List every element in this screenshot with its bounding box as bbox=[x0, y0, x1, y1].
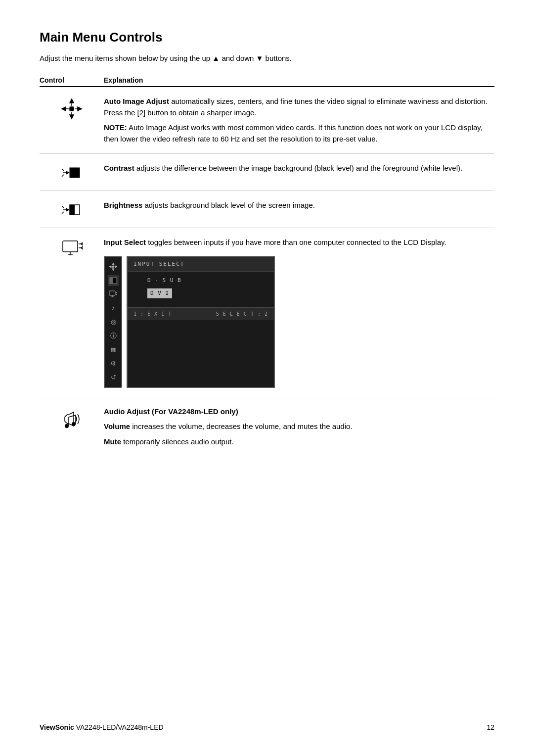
header-control: Control bbox=[40, 76, 104, 84]
svg-marker-31 bbox=[112, 269, 114, 271]
intro-text: Adjust the menu items shown below by usi… bbox=[40, 54, 494, 62]
svg-marker-35 bbox=[115, 266, 117, 268]
osd-dvi-container: D V I bbox=[128, 286, 274, 304]
osd-icon-contrast bbox=[108, 275, 119, 286]
osd-icon-reset: ↺ bbox=[108, 372, 119, 383]
svg-rect-18 bbox=[70, 205, 75, 215]
brightness-bold: Brightness bbox=[104, 201, 142, 209]
osd-bottom-bar: 1 : E X I T S E L E C T : 2 bbox=[128, 307, 274, 320]
osd-icon-input bbox=[108, 289, 119, 300]
auto-image-description: Auto Image Adjust automatically sizes, c… bbox=[104, 96, 494, 118]
control-cell-contrast bbox=[40, 163, 104, 182]
svg-point-46 bbox=[65, 424, 69, 428]
svg-marker-11 bbox=[66, 171, 70, 175]
volume-description: Volume increases the volume, decreases t… bbox=[104, 421, 494, 432]
svg-marker-43 bbox=[116, 291, 117, 293]
contrast-text: adjusts the difference between the image… bbox=[136, 164, 462, 172]
svg-line-19 bbox=[62, 206, 64, 208]
osd-icon-auto bbox=[108, 261, 119, 272]
osd-icon-memory: ▦ bbox=[108, 344, 119, 355]
input-select-description: Input Select toggles between inputs if y… bbox=[104, 237, 494, 248]
mute-description: Mute temporarily silences audio output. bbox=[104, 436, 494, 448]
osd-dvi-label: D V I bbox=[147, 288, 172, 299]
header-explanation: Explanation bbox=[104, 76, 494, 84]
explanation-cell-contrast: Contrast adjusts the difference between … bbox=[104, 163, 494, 174]
control-cell-audio bbox=[40, 406, 104, 431]
osd-icon-info: ⓘ bbox=[108, 331, 119, 341]
brand-name: ViewSonic bbox=[40, 723, 74, 731]
svg-point-47 bbox=[72, 422, 76, 426]
mute-bold: Mute bbox=[104, 437, 121, 446]
explanation-cell-brightness: Brightness adjusts background black leve… bbox=[104, 200, 494, 211]
svg-point-8 bbox=[70, 107, 74, 111]
control-cell-auto-image bbox=[40, 96, 104, 121]
svg-marker-33 bbox=[109, 266, 111, 268]
svg-marker-27 bbox=[81, 246, 83, 250]
input-select-icon bbox=[61, 238, 83, 260]
svg-point-36 bbox=[112, 266, 114, 268]
osd-screenshot: ♪ ◎ ⓘ ▦ ⚙ ↺ INPUT SELECT bbox=[104, 256, 494, 388]
footer-page-number: 12 bbox=[487, 723, 494, 731]
note-text: Auto Image Adjust works with most common… bbox=[104, 123, 483, 143]
osd-title: INPUT SELECT bbox=[128, 257, 274, 272]
control-cell-brightness bbox=[40, 200, 104, 219]
auto-image-adjust-icon bbox=[60, 97, 84, 121]
auto-image-bold: Auto Image Adjust bbox=[104, 97, 169, 105]
input-select-bold: Input Select bbox=[104, 238, 146, 246]
svg-marker-7 bbox=[78, 107, 82, 111]
osd-menu: D - S U B D V I bbox=[128, 272, 274, 307]
table-row: Audio Adjust (For VA2248m-LED only) Volu… bbox=[40, 397, 494, 457]
svg-line-50 bbox=[69, 415, 76, 417]
audio-adjust-icon bbox=[60, 407, 84, 431]
volume-bold: Volume bbox=[104, 422, 130, 430]
svg-rect-21 bbox=[63, 241, 78, 252]
svg-marker-45 bbox=[116, 293, 117, 295]
table-row: Contrast adjusts the difference between … bbox=[40, 154, 494, 191]
audio-heading: Audio Adjust (For VA2248m-LED only) bbox=[104, 406, 494, 418]
svg-marker-29 bbox=[112, 263, 114, 265]
svg-marker-5 bbox=[62, 107, 66, 111]
controls-table: Control Explanation bbox=[40, 76, 494, 456]
input-select-text: toggles between inputs if you have more … bbox=[148, 238, 446, 246]
footer-brand: ViewSonic VA2248-LED/VA2248m-LED bbox=[40, 723, 164, 731]
table-row: Brightness adjusts background black leve… bbox=[40, 191, 494, 228]
svg-rect-38 bbox=[110, 278, 113, 284]
audio-heading-text: Audio Adjust (For VA2248m-LED only) bbox=[104, 407, 238, 416]
osd-dsub-label: D - S U B bbox=[128, 276, 274, 286]
osd-screen: INPUT SELECT D - S U B D V I 1 : E X I T… bbox=[127, 256, 275, 388]
table-row: Auto Image Adjust automatically sizes, c… bbox=[40, 87, 494, 154]
contrast-bold: Contrast bbox=[104, 164, 134, 172]
footer-model: VA2248-LED/VA2248m-LED bbox=[76, 723, 164, 731]
osd-icon-volume: ♪ bbox=[108, 303, 119, 314]
svg-marker-25 bbox=[81, 242, 83, 246]
osd-icon-color: ◎ bbox=[108, 317, 119, 328]
volume-text: increases the volume, decreases the volu… bbox=[132, 422, 352, 430]
contrast-icon bbox=[61, 164, 83, 182]
brightness-description: Brightness adjusts background black leve… bbox=[104, 200, 494, 211]
svg-marker-16 bbox=[66, 208, 70, 212]
svg-line-14 bbox=[62, 175, 64, 177]
brightness-icon bbox=[61, 201, 83, 219]
mute-text: temporarily silences audio output. bbox=[123, 437, 233, 446]
explanation-cell-auto-image: Auto Image Adjust automatically sizes, c… bbox=[104, 96, 494, 144]
note-bold: NOTE: bbox=[104, 123, 127, 132]
auto-image-note: NOTE: Auto Image Adjust works with most … bbox=[104, 122, 494, 144]
page-title: Main Menu Controls bbox=[40, 30, 494, 45]
brightness-text: adjusts background black level of the sc… bbox=[145, 201, 315, 209]
explanation-cell-input-select: Input Select toggles between inputs if y… bbox=[104, 237, 494, 388]
svg-rect-39 bbox=[109, 291, 115, 295]
osd-exit-label: 1 : E X I T bbox=[134, 310, 172, 318]
contrast-description: Contrast adjusts the difference between … bbox=[104, 163, 494, 174]
svg-line-20 bbox=[62, 212, 64, 214]
svg-line-13 bbox=[62, 169, 64, 171]
table-header: Control Explanation bbox=[40, 76, 494, 87]
svg-marker-3 bbox=[70, 115, 74, 119]
svg-rect-12 bbox=[70, 168, 80, 178]
osd-select-label: S E L E C T : 2 bbox=[216, 310, 268, 318]
osd-icon-settings: ⚙ bbox=[108, 358, 119, 369]
footer: ViewSonic VA2248-LED/VA2248m-LED 12 bbox=[40, 723, 494, 731]
explanation-cell-audio: Audio Adjust (For VA2248m-LED only) Volu… bbox=[104, 406, 494, 448]
table-row: Input Select toggles between inputs if y… bbox=[40, 228, 494, 397]
control-cell-input-select bbox=[40, 237, 104, 260]
svg-marker-1 bbox=[70, 99, 74, 103]
